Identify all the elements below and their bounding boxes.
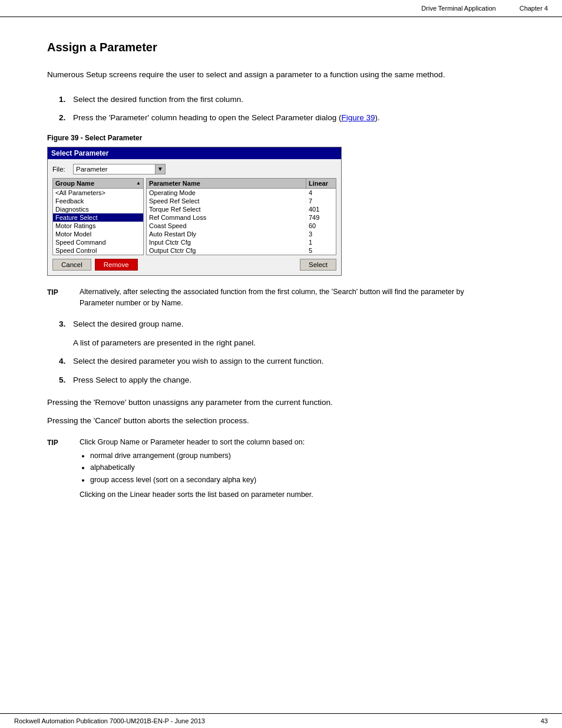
- parameter-row[interactable]: Auto Restart Dly3: [147, 230, 336, 238]
- step-1-num: 1.: [59, 93, 73, 106]
- param-name-cell: Speed Ref Select: [147, 197, 306, 205]
- group-list-item[interactable]: Motor Ratings: [53, 222, 143, 230]
- tip-2-content: Click Group Name or Parameter header to …: [80, 437, 495, 500]
- param-name-cell: Input Ctctr Cfg: [147, 238, 306, 246]
- group-list: <All Parameters>FeedbackDiagnosticsFeatu…: [53, 189, 143, 255]
- tip-2-bullet: normal drive arrangement (group numbers): [90, 450, 495, 462]
- param-name-header[interactable]: Parameter Name: [147, 179, 306, 188]
- section-title: Assign a Parameter: [47, 41, 495, 54]
- dialog-title-bar: Select Parameter: [48, 147, 341, 159]
- footer-publication: Rockwell Automation Publication 7000-UM2…: [14, 717, 205, 724]
- header-app-name: Drive Terminal Application: [421, 5, 495, 12]
- step-3-num: 3.: [59, 318, 73, 331]
- param-name-cell: Torque Ref Select: [147, 205, 306, 213]
- parameter-row[interactable]: Speed Ref Select7: [147, 197, 336, 205]
- steps-list: 1. Select the desired function from the …: [59, 93, 495, 124]
- tip-2-bullets: normal drive arrangement (group numbers)…: [90, 450, 495, 486]
- body-para-1: Pressing the 'Remove' button unassigns a…: [47, 396, 495, 409]
- param-name-cell: Output Ctctr Cfg: [147, 246, 306, 255]
- footer-page: 43: [541, 717, 548, 724]
- param-linear-cell: 7: [306, 197, 336, 205]
- dialog-file-row: File: ▼: [52, 164, 336, 174]
- dropdown-arrow-icon[interactable]: ▼: [156, 164, 166, 174]
- steps-continued: 3. Select the desired group name. A list…: [59, 318, 495, 386]
- param-linear-cell: 60: [306, 222, 336, 230]
- step-5: 5. Press Select to apply the change.: [59, 374, 495, 387]
- step-5-num: 5.: [59, 374, 73, 387]
- param-linear-cell: 749: [306, 213, 336, 222]
- parameter-row[interactable]: Input Ctctr Cfg1: [147, 238, 336, 246]
- step-3-subtext: A list of parameters are presented in th…: [73, 337, 495, 350]
- dialog-panels: Group Name ▲ <All Parameters>FeedbackDia…: [52, 178, 336, 255]
- header-chapter-info: Drive Terminal Application Chapter 4: [421, 5, 548, 12]
- param-linear-cell: 4: [306, 189, 336, 197]
- dialog-file-input[interactable]: [73, 164, 156, 174]
- group-list-item[interactable]: Speed Control: [53, 246, 143, 255]
- step-5-text: Press Select to apply the change.: [73, 374, 191, 387]
- tip-2-intro: Click Group Name or Parameter header to …: [80, 438, 305, 446]
- group-name-header: Group Name: [55, 180, 94, 187]
- remove-button[interactable]: Remove: [95, 259, 138, 271]
- group-list-item[interactable]: <All Parameters>: [53, 189, 143, 197]
- tip-2: TIP Click Group Name or Parameter header…: [47, 437, 495, 500]
- param-name-cell: Ref Command Loss: [147, 213, 306, 222]
- left-panel: Group Name ▲ <All Parameters>FeedbackDia…: [52, 178, 144, 255]
- right-panel: Parameter Name Linear Operating Mode4Spe…: [146, 178, 336, 255]
- figure-label: Figure 39 - Select Parameter: [47, 134, 495, 142]
- parameter-row[interactable]: Ref Command Loss749: [147, 213, 336, 222]
- group-list-item[interactable]: Speed Command: [53, 238, 143, 246]
- tip-2-closing: Clicking on the Linear header sorts the …: [80, 489, 495, 500]
- group-list-item[interactable]: Motor Model: [53, 230, 143, 238]
- param-name-cell: Operating Mode: [147, 189, 306, 197]
- page-footer: Rockwell Automation Publication 7000-UM2…: [0, 713, 562, 728]
- dialog-body: File: ▼ Group Name ▲ <All Parameters>Fee…: [48, 159, 341, 275]
- intro-text: Numerous Setup screens require the user …: [47, 68, 495, 81]
- tip-2-label: TIP: [47, 437, 80, 500]
- header-chapter: Chapter 4: [520, 5, 548, 12]
- parameter-rows: Operating Mode4Speed Ref Select7Torque R…: [147, 189, 336, 255]
- param-linear-cell: 1: [306, 238, 336, 246]
- dialog-file-input-group: ▼: [73, 164, 166, 174]
- main-content: Assign a Parameter Numerous Setup screen…: [0, 17, 530, 545]
- step-2-text: Press the 'Parameter' column heading to …: [73, 111, 380, 124]
- sort-arrow-icon: ▲: [136, 180, 141, 186]
- step-2-num: 2.: [59, 111, 73, 124]
- param-linear-cell: 5: [306, 246, 336, 255]
- step-3-text: Select the desired group name.: [73, 318, 184, 331]
- step-4-num: 4.: [59, 355, 73, 368]
- cancel-button[interactable]: Cancel: [52, 259, 91, 271]
- parameter-row[interactable]: Output Ctctr Cfg5: [147, 246, 336, 255]
- left-panel-header[interactable]: Group Name ▲: [53, 179, 143, 189]
- dialog-file-label: File:: [52, 166, 73, 173]
- tip-1: TIP Alternatively, after selecting the a…: [47, 286, 495, 309]
- step-1: 1. Select the desired function from the …: [59, 93, 495, 106]
- step-2: 2. Press the 'Parameter' column heading …: [59, 111, 495, 124]
- param-name-cell: Coast Speed: [147, 222, 306, 230]
- parameter-row[interactable]: Coast Speed60: [147, 222, 336, 230]
- tip-2-bullet: group access level (sort on a secondary …: [90, 475, 495, 486]
- step-1-text: Select the desired function from the fir…: [73, 93, 243, 106]
- select-parameter-dialog: Select Parameter File: ▼ Group Name ▲: [47, 147, 342, 276]
- group-list-item[interactable]: Feedback: [53, 197, 143, 205]
- param-linear-cell: 401: [306, 205, 336, 213]
- figure-39-link[interactable]: Figure 39: [341, 113, 375, 122]
- param-linear-cell: 3: [306, 230, 336, 238]
- body-para-2: Pressing the 'Cancel' button aborts the …: [47, 414, 495, 427]
- group-list-item[interactable]: Diagnostics: [53, 205, 143, 213]
- right-panel-header: Parameter Name Linear: [147, 179, 336, 189]
- dialog-buttons: Cancel Remove Select: [52, 259, 336, 271]
- page-header: Drive Terminal Application Chapter 4: [0, 0, 562, 17]
- step-3: 3. Select the desired group name.: [59, 318, 495, 331]
- select-button[interactable]: Select: [300, 259, 336, 271]
- step-4-text: Select the desired parameter you wish to…: [73, 355, 323, 368]
- tip-1-content: Alternatively, after selecting the assoc…: [80, 286, 495, 309]
- parameter-row[interactable]: Operating Mode4: [147, 189, 336, 197]
- param-name-cell: Auto Restart Dly: [147, 230, 306, 238]
- linear-header[interactable]: Linear: [306, 179, 336, 188]
- tip-1-label: TIP: [47, 286, 80, 309]
- parameter-row[interactable]: Torque Ref Select401: [147, 205, 336, 213]
- tip-2-bullet: alphabetically: [90, 462, 495, 473]
- step-4: 4. Select the desired parameter you wish…: [59, 355, 495, 368]
- group-list-item[interactable]: Feature Select: [53, 213, 143, 222]
